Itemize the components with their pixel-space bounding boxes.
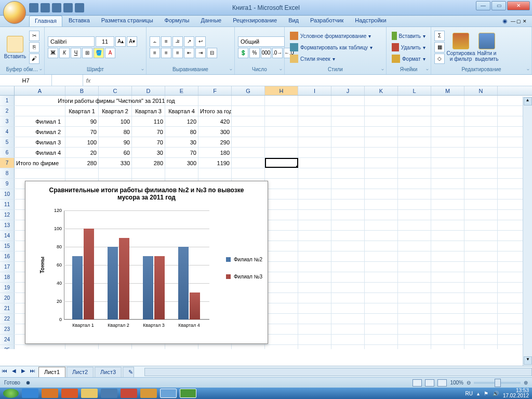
wrap-text-icon[interactable]: ↩ [195, 36, 206, 47]
cell-H24[interactable] [265, 335, 298, 344]
taskbar-app3-icon[interactable] [140, 389, 157, 398]
row-header-24[interactable]: 24 [0, 335, 15, 344]
cell-L21[interactable] [398, 303, 431, 313]
taskbar-app1-icon[interactable] [61, 389, 78, 398]
cell-H14[interactable] [265, 231, 298, 241]
cell-H6[interactable] [265, 148, 298, 157]
cell-E2[interactable]: Квартал 4 [165, 106, 198, 116]
row-header-23[interactable]: 23 [0, 324, 15, 334]
cell-G1[interactable] [232, 96, 265, 105]
cell-J1[interactable] [331, 96, 365, 105]
cell-I11[interactable] [298, 200, 331, 209]
cell-M14[interactable] [431, 231, 464, 241]
cell-M8[interactable] [431, 168, 464, 178]
format-cells-button[interactable]: Формат ▾ [390, 54, 428, 64]
cell-H13[interactable] [265, 220, 298, 230]
cell-K1[interactable] [365, 96, 398, 105]
cell-N12[interactable] [464, 210, 498, 220]
inc-decimal-icon[interactable]: .0→ [272, 48, 283, 58]
cell-N16[interactable] [464, 251, 498, 261]
col-header-H[interactable]: H [265, 86, 298, 95]
col-header-C[interactable]: C [99, 86, 132, 95]
select-all-corner[interactable] [0, 86, 15, 95]
cell-B5[interactable]: 100 [65, 137, 99, 147]
cell-J9[interactable] [331, 179, 365, 189]
taskbar-ie-icon[interactable] [22, 389, 38, 398]
cell-G5[interactable] [232, 137, 265, 147]
cell-N17[interactable] [464, 262, 498, 272]
format-as-table-button[interactable]: Форматировать как таблицу ▾ [288, 42, 383, 52]
cell-M20[interactable] [431, 293, 464, 303]
zoom-slider[interactable] [474, 382, 521, 384]
cell-L11[interactable] [398, 200, 431, 209]
cell-H23[interactable] [265, 324, 298, 334]
cell-N9[interactable] [464, 179, 498, 189]
cell-H8[interactable] [265, 168, 298, 178]
row-header-3[interactable]: 3 [0, 116, 15, 126]
cell-I5[interactable] [298, 137, 331, 147]
start-button[interactable] [3, 389, 19, 398]
qat-save-icon[interactable] [29, 3, 38, 12]
cell-K13[interactable] [365, 220, 398, 230]
col-header-A[interactable]: A [15, 86, 65, 95]
taskbar-app2-icon[interactable] [121, 389, 137, 398]
cell-I16[interactable] [298, 251, 331, 261]
cell-K18[interactable] [365, 272, 398, 282]
percent-icon[interactable]: % [249, 48, 260, 58]
cell-J20[interactable] [331, 293, 365, 303]
cell-L17[interactable] [398, 262, 431, 272]
insert-cells-button[interactable]: Вставить ▾ [390, 31, 428, 41]
cell-M5[interactable] [431, 137, 464, 147]
cell-M15[interactable] [431, 241, 464, 251]
font-name-combo[interactable]: Calibri [48, 36, 95, 47]
cell-N18[interactable] [464, 272, 498, 282]
col-header-B[interactable]: B [65, 86, 99, 95]
cell-G6[interactable] [232, 148, 265, 157]
scroll-up-icon[interactable]: ▲ [524, 97, 532, 105]
cell-N4[interactable] [464, 127, 498, 137]
cell-N3[interactable] [464, 116, 498, 126]
cell-B3[interactable]: 90 [65, 116, 99, 126]
embedded-chart[interactable]: Сравнительные итоги работы филиалов №2 и… [25, 181, 268, 344]
cell-B2[interactable]: Квартал 1 [65, 106, 99, 116]
cell-M25[interactable] [431, 345, 464, 349]
cell-L8[interactable] [398, 168, 431, 178]
taskbar-app4-icon[interactable] [160, 389, 177, 398]
cell-J25[interactable] [331, 345, 365, 349]
cell-L6[interactable] [398, 148, 431, 157]
vertical-scrollbar[interactable]: ▲ ▼ [523, 97, 532, 366]
cell-B4[interactable]: 70 [65, 127, 99, 137]
cell-I4[interactable] [298, 127, 331, 137]
cell-L25[interactable] [398, 345, 431, 349]
cell-A7[interactable]: Итого по фирме [15, 158, 65, 168]
cell-B7[interactable]: 280 [65, 158, 99, 168]
cell-L19[interactable] [398, 283, 431, 292]
cell-H22[interactable] [265, 314, 298, 324]
cell-F6[interactable]: 180 [198, 148, 232, 157]
align-bottom-icon[interactable]: ⫡ [172, 36, 183, 47]
horizontal-scrollbar[interactable] [144, 368, 532, 376]
row-header-12[interactable]: 12 [0, 210, 15, 220]
cell-A6[interactable]: Филиал 4 [15, 148, 65, 157]
cell-D4[interactable]: 70 [132, 127, 165, 137]
cell-C8[interactable] [99, 168, 132, 178]
cell-N6[interactable] [464, 148, 498, 157]
cell-J2[interactable] [331, 106, 365, 116]
cell-J6[interactable] [331, 148, 365, 157]
grow-font-icon[interactable]: A▴ [115, 36, 126, 47]
tab-nav-prev-icon[interactable]: ◀ [9, 368, 19, 376]
cell-K8[interactable] [365, 168, 398, 178]
cell-E25[interactable] [165, 345, 198, 349]
fx-icon[interactable]: fx [83, 75, 94, 86]
row-header-25[interactable]: 25 [0, 345, 15, 349]
maximize-button[interactable]: ▭ [491, 1, 506, 10]
col-header-L[interactable]: L [398, 86, 431, 95]
cell-I17[interactable] [298, 262, 331, 272]
cell-N7[interactable] [464, 158, 498, 168]
cell-N13[interactable] [464, 220, 498, 230]
cell-C2[interactable]: Квартал 2 [99, 106, 132, 116]
align-left-icon[interactable]: ≡ [150, 48, 160, 58]
ribbon-tab-0[interactable]: Главная [29, 16, 62, 26]
currency-icon[interactable]: 💲 [238, 48, 248, 58]
cell-J10[interactable] [331, 189, 365, 199]
